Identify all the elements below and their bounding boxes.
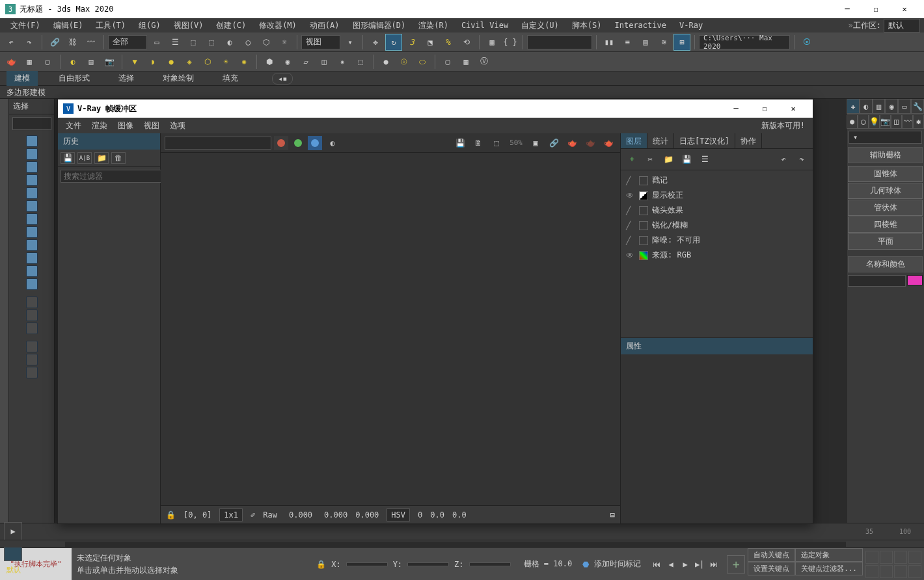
- eye-icon[interactable]: 👁: [626, 251, 635, 260]
- filter-shapes-icon[interactable]: [26, 148, 38, 160]
- light-icon[interactable]: ▼: [126, 53, 143, 70]
- menu-modifiers[interactable]: 修改器(M): [252, 20, 303, 31]
- filter-frozen-icon[interactable]: [26, 265, 38, 277]
- filter-misc2-icon[interactable]: [26, 310, 38, 321]
- cmd-tab-motion[interactable]: ◉: [885, 99, 898, 114]
- vfb-layer-sharpen[interactable]: ╱ 锐化/模糊: [623, 218, 810, 233]
- prev-frame-button[interactable]: ◀: [664, 558, 677, 571]
- eye-icon[interactable]: ╱: [626, 221, 635, 230]
- vfb-layer-undo-icon[interactable]: ↶: [776, 153, 791, 166]
- select-object-button[interactable]: ▭: [148, 34, 165, 51]
- lock-icon[interactable]: 🔒: [166, 510, 176, 520]
- cmd-tab-create[interactable]: ✚: [847, 99, 860, 114]
- window-crossing-button[interactable]: ⬚: [203, 34, 220, 51]
- sub-lights-icon[interactable]: 💡: [869, 114, 880, 129]
- vfb-channel-r-button[interactable]: [274, 136, 288, 150]
- key-filter-object[interactable]: 选定对象: [795, 548, 863, 562]
- vfb-size[interactable]: 1x1: [219, 508, 243, 521]
- vfb-render-button[interactable]: 🫖: [564, 135, 580, 151]
- vfb-channel-b-button[interactable]: [308, 136, 322, 150]
- vfb-save-icon[interactable]: 💾: [452, 135, 468, 151]
- vfb-history-ab-icon[interactable]: A|B: [77, 152, 92, 164]
- filter-container-icon[interactable]: [26, 252, 38, 264]
- ies-light-icon[interactable]: ⬡: [199, 53, 216, 70]
- vfb-clear-icon[interactable]: 🗎: [470, 135, 486, 151]
- menu-render[interactable]: 渲染(R): [412, 20, 455, 31]
- filter-hidden-icon[interactable]: [26, 278, 38, 290]
- menu-edit[interactable]: 编辑(E): [47, 20, 90, 31]
- zoom-all-button[interactable]: [880, 551, 893, 564]
- ribbon-collapse-button[interactable]: ◂▪: [272, 73, 293, 85]
- camera-icon[interactable]: 📷: [101, 53, 118, 70]
- ribbon-tab-modeling[interactable]: 建模: [7, 71, 38, 86]
- layers-button[interactable]: ≡: [619, 34, 636, 51]
- pan-button[interactable]: [865, 565, 878, 578]
- orbit-button[interactable]: [880, 565, 893, 578]
- vfb-maximize-button[interactable]: ☐: [750, 99, 779, 118]
- menu-script[interactable]: 脚本(S): [565, 20, 608, 31]
- vfb-fit-icon[interactable]: ▣: [528, 135, 543, 151]
- vfb-region-icon[interactable]: ⬚: [489, 135, 504, 151]
- vfb-menu-render[interactable]: 渲染: [87, 120, 113, 131]
- vfb-history-delete-icon[interactable]: 🗑: [111, 152, 126, 164]
- decal-icon[interactable]: ✷: [334, 53, 351, 70]
- maximize-viewport-button[interactable]: [908, 565, 921, 578]
- vfb-ipr-button[interactable]: 🫖: [582, 135, 598, 151]
- sphere-icon[interactable]: ●: [377, 53, 394, 70]
- rotate-button[interactable]: ↻: [385, 34, 402, 51]
- vfb-tab-collab[interactable]: 协作: [735, 133, 762, 148]
- category-dropdown[interactable]: ▾: [849, 131, 922, 144]
- curve-editor-button[interactable]: ≋: [655, 34, 672, 51]
- eye-icon[interactable]: ╱: [626, 236, 635, 245]
- mesh-light-icon[interactable]: ◈: [181, 53, 198, 70]
- bind-spacewarp-button[interactable]: 〰: [83, 34, 100, 51]
- menu-customize[interactable]: 自定义(U): [515, 20, 565, 31]
- minimize-button[interactable]: ─: [833, 0, 862, 18]
- vfb-layer-add-icon[interactable]: +: [625, 153, 639, 166]
- dome-icon[interactable]: ◗: [144, 53, 161, 70]
- track-bar[interactable]: 35 100: [0, 523, 924, 540]
- ref-coord-dropdown[interactable]: 视图: [301, 35, 340, 49]
- sub-helpers-icon[interactable]: ◫: [891, 114, 902, 129]
- filter-misc3-icon[interactable]: [26, 323, 38, 334]
- filter-geometry-icon[interactable]: [26, 135, 38, 147]
- toggle-ribbon-button[interactable]: ▤: [637, 34, 654, 51]
- zoom-extents-button[interactable]: [894, 551, 907, 564]
- object-name-input[interactable]: [848, 275, 906, 287]
- menu-create[interactable]: 创建(C): [210, 20, 252, 31]
- workspace-dropdown[interactable]: 默认: [884, 19, 920, 33]
- paint-select-button[interactable]: ◐: [221, 34, 238, 51]
- ribbon-tab-populate[interactable]: 填充: [215, 71, 246, 86]
- cmd-tab-hierarchy[interactable]: ▥: [873, 99, 886, 114]
- create-tube-button[interactable]: 管状体: [848, 200, 923, 216]
- vfb-layer-list-icon[interactable]: ☰: [698, 153, 712, 166]
- filter-helpers-icon[interactable]: [26, 187, 38, 199]
- display-toggle[interactable]: [12, 117, 51, 130]
- selection-filter-dropdown[interactable]: 全部: [108, 35, 147, 49]
- vfb-layer-del-icon[interactable]: ✂: [643, 153, 657, 166]
- coord-y-input[interactable]: [407, 562, 449, 566]
- ribbon-tab-freeform[interactable]: 自由形式: [51, 71, 98, 86]
- create-cone-button[interactable]: 圆锥体: [848, 166, 923, 182]
- eye-icon[interactable]: ╱: [626, 206, 635, 215]
- vray-icon[interactable]: ⦿: [798, 34, 815, 51]
- coord-x-input[interactable]: [346, 562, 388, 566]
- vfb-mono-button[interactable]: ◐: [325, 135, 340, 151]
- cmd-tab-display[interactable]: ▭: [898, 99, 911, 114]
- ambient-icon[interactable]: ✺: [236, 53, 252, 70]
- cmd-tab-modify[interactable]: ◐: [860, 99, 873, 114]
- placement-button[interactable]: ⬔: [422, 34, 439, 51]
- sun-icon[interactable]: ☀: [217, 53, 234, 70]
- rect-select-button[interactable]: ⬚: [185, 34, 202, 51]
- vfb-color-mode[interactable]: HSV: [387, 508, 410, 521]
- filter-funnel-icon[interactable]: [26, 341, 38, 352]
- select-by-name-button[interactable]: ☰: [167, 34, 183, 51]
- vfb-history-load-icon[interactable]: 📁: [94, 152, 109, 164]
- vfb-layer-source[interactable]: 👁 来源: RGB: [623, 248, 810, 263]
- plane-icon[interactable]: ▱: [297, 53, 314, 70]
- sub-spacewarps-icon[interactable]: 〰: [902, 114, 913, 129]
- maximize-button[interactable]: ☐: [862, 0, 890, 18]
- slate-editor-icon[interactable]: ▤: [83, 53, 100, 70]
- walk-button[interactable]: [894, 565, 907, 578]
- eye-icon[interactable]: ╱: [626, 176, 635, 185]
